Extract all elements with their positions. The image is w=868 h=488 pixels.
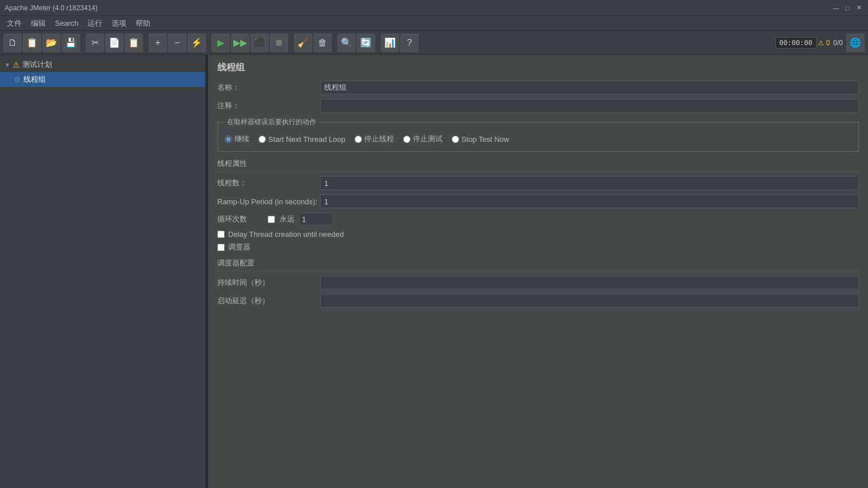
expand-button[interactable]: + [149,34,167,52]
option-stop-now[interactable]: Stop Test Now [452,135,509,144]
option-continue[interactable]: 继续 [225,134,249,144]
template-button[interactable]: 📋 [23,34,41,52]
menu-run[interactable]: 运行 [83,17,107,30]
maximize-button[interactable]: □ [843,3,852,13]
comment-label: 注释： [217,101,320,111]
tree-arrow-icon: ▼ [5,62,10,68]
ramp-up-input[interactable] [320,195,859,208]
option-stop-thread[interactable]: 停止线程 [355,134,394,144]
save-button[interactable]: 💾 [62,34,80,52]
menu-edit[interactable]: 编辑 [26,17,50,30]
delay-thread-row: Delay Thread creation until needed [217,230,859,239]
thread-group-label: 线程组 [23,74,46,85]
option-stop-test[interactable]: 停止测试 [403,134,443,144]
run-ratio: 0/0 [831,39,845,47]
menu-options[interactable]: 选项 [107,17,131,30]
titlebar: Apache JMeter (4.0 r1823414) — □ ✕ [0,0,868,16]
main-layout: ▼ ⚠ 测试计划 ⚙ 线程组 线程组 名称： 注释： 在取样器错误后要执行的动作 [0,55,868,488]
thread-group-icon: ⚙ [14,75,21,84]
option-stop-thread-label[interactable]: 停止线程 [364,134,394,144]
option-start-next[interactable]: Start Next Thread Loop [258,135,345,144]
startup-delay-row: 启动延迟（秒） [217,294,859,308]
forever-checkbox[interactable] [268,216,275,223]
delay-thread-label[interactable]: Delay Thread creation until needed [228,230,344,239]
open-button[interactable]: 📂 [42,34,61,52]
option-stop-test-label[interactable]: 停止测试 [413,134,443,144]
comment-row: 注释： [217,99,859,113]
forever-label[interactable]: 永远 [280,214,294,224]
paste-button[interactable]: 📋 [125,34,143,52]
page-title: 线程组 [217,62,859,74]
option-stop-now-label[interactable]: Stop Test Now [461,135,509,144]
collapse-button[interactable]: − [168,34,186,52]
new-button[interactable]: 🗋 [3,34,22,52]
loop-count-input[interactable] [299,213,333,225]
name-row: 名称： [217,81,859,94]
duration-row: 持续时间（秒） [217,276,859,289]
option-continue-label[interactable]: 继续 [234,134,249,144]
num-threads-label: 线程数： [217,178,320,188]
scheduler-checkbox[interactable] [217,244,225,251]
timer-display: 00:00:00 [775,37,817,49]
warning-count: 0 [826,39,830,47]
startup-delay-input[interactable] [320,294,859,308]
error-action-fieldset: 在取样器错误后要执行的动作 继续 Start Next Thread Loop … [217,117,859,152]
cut-button[interactable]: ✂ [86,34,104,52]
help-button[interactable]: ? [400,34,419,52]
duration-label: 持续时间（秒） [217,277,320,288]
menu-file[interactable]: 文件 [2,17,26,30]
option-start-next-label[interactable]: Start Next Thread Loop [268,135,345,144]
function-helper-button[interactable]: 📊 [381,34,399,52]
scheduler-label[interactable]: 调度器 [228,242,250,252]
content-panel: 线程组 名称： 注释： 在取样器错误后要执行的动作 继续 Start Next … [208,55,868,488]
num-threads-row: 线程数： [217,176,859,190]
toggle-button[interactable]: ⚡ [188,34,206,52]
menu-search[interactable]: Search [50,18,83,29]
sidebar-item-test-plan[interactable]: ▼ ⚠ 测试计划 [0,57,205,72]
scheduler-row: 调度器 [217,242,859,252]
ramp-up-label: Ramp-Up Period (in seconds): [217,197,320,206]
clear-button[interactable]: 🧹 [294,34,312,52]
name-label: 名称： [217,82,320,93]
scheduler-config-header: 调度器配置 [217,258,859,271]
warning-icon: ⚠ [818,39,824,47]
search-toolbar-button[interactable]: 🔍 [337,34,356,52]
comment-input[interactable] [320,99,859,113]
test-plan-icon: ⚠ [13,60,20,69]
remote-button[interactable]: 🌐 [846,34,865,52]
sidebar-item-thread-group[interactable]: ⚙ 线程组 [0,72,205,87]
shutdown-button[interactable]: ⏹ [270,34,288,52]
sidebar: ▼ ⚠ 测试计划 ⚙ 线程组 [0,55,206,488]
num-threads-input[interactable] [320,176,859,190]
clear-all-button[interactable]: 🗑 [313,34,332,52]
duration-input[interactable] [320,276,859,289]
name-input[interactable] [320,81,859,94]
error-action-legend: 在取样器错误后要执行的动作 [225,117,318,127]
thread-props-header: 线程属性 [217,158,859,172]
app-title: Apache JMeter (4.0 r1823414) [5,4,831,12]
loop-count-row: 循环次数 永远 [217,213,859,225]
start-no-pauses-button[interactable]: ▶▶ [231,34,249,52]
menu-help[interactable]: 帮助 [131,17,155,30]
menubar: 文件 编辑 Search 运行 选项 帮助 [0,16,868,31]
ramp-up-row: Ramp-Up Period (in seconds): [217,195,859,208]
delay-thread-checkbox[interactable] [217,231,225,238]
minimize-button[interactable]: — [831,3,841,13]
reset-search-button[interactable]: 🔄 [357,34,375,52]
close-button[interactable]: ✕ [854,3,863,13]
loop-count-label: 循环次数 [217,214,263,224]
copy-button[interactable]: 📄 [105,34,124,52]
test-plan-label: 测试计划 [22,59,52,70]
toolbar: 🗋 📋 📂 💾 ✂ 📄 📋 + − ⚡ ▶ ▶▶ ⬛ ⏹ 🧹 🗑 🔍 🔄 📊 ?… [0,31,868,55]
start-button[interactable]: ▶ [212,34,230,52]
stop-button[interactable]: ⬛ [250,34,269,52]
warning-display: ⚠ 0 [818,39,830,47]
error-action-options: 继续 Start Next Thread Loop 停止线程 停止测试 Stop… [225,132,851,146]
startup-delay-label: 启动延迟（秒） [217,296,320,306]
window-controls: — □ ✕ [831,3,863,13]
